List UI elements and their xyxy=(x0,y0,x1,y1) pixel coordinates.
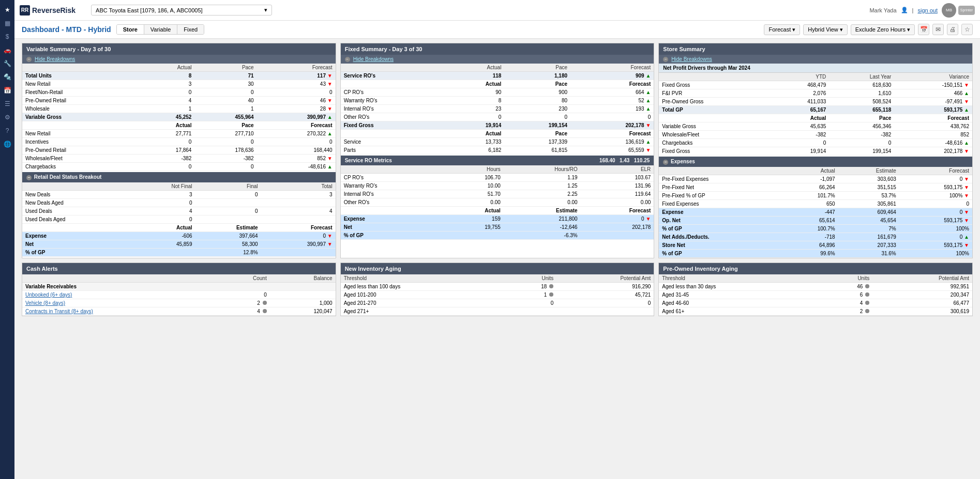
table-row: CP RO's106.701.19103.67 xyxy=(341,174,654,182)
sidebar-icon-globe[interactable]: 🌐 xyxy=(2,138,13,150)
table-row: Aged less than 100 days 18 916,290 xyxy=(341,283,654,291)
dealership-selector[interactable]: ABC Toyota East [1079, 186, A, ABC0005] … xyxy=(91,5,272,16)
arrow-icon: ▲ xyxy=(964,107,969,113)
separator: | xyxy=(912,7,914,13)
user-name: Mark Yada xyxy=(869,7,896,13)
table-row: Pre-Fixed Net66,264351,515 593,175 ▼ xyxy=(659,183,972,192)
table-row: Chargebacks 00 -48,616 ▲ xyxy=(22,163,336,171)
sidebar-icon-dollar[interactable]: $ xyxy=(2,31,13,42)
col-actual: Actual xyxy=(140,64,194,72)
fixed-hide-breakdowns[interactable]: − Hide Breakdowns xyxy=(341,55,654,64)
tab-variable[interactable]: Variable xyxy=(144,25,178,34)
top-panel-row: Variable Summary - Day 3 of 30 − Hide Br… xyxy=(22,43,973,258)
net-adds-row: Net Adds./Deducts.-718161,679 0 ▲ xyxy=(659,233,972,241)
arrow-icon: ▲ xyxy=(964,140,969,146)
expense-header-row2: Actual Estimate Forecast xyxy=(341,207,654,215)
total-units-arrow: ▼ xyxy=(327,73,333,79)
circle-icon: − xyxy=(26,175,32,180)
email-icon[interactable]: ✉ xyxy=(932,24,944,35)
sidebar-icon-settings[interactable]: ⚙ xyxy=(2,112,13,123)
variable-summary-panel: Variable Summary - Day 3 of 30 − Hide Br… xyxy=(22,43,336,258)
sidebar-icon-wrench[interactable]: 🔩 xyxy=(2,71,13,83)
table-row: Used Deals Aged0 xyxy=(22,215,336,224)
forecast-label: Forecast xyxy=(768,26,791,33)
arrow-icon: ▼ xyxy=(645,122,651,128)
hide-breakdowns-link[interactable]: Hide Breakdowns xyxy=(671,56,712,62)
net-row: Net 45,85958,300 390,997 ▼ xyxy=(22,240,336,249)
store-hide-breakdowns[interactable]: − Hide Breakdowns xyxy=(659,55,972,64)
fixed-summary-title: Fixed Summary - Day 3 of 30 xyxy=(345,46,423,52)
sign-out-link[interactable]: sign out xyxy=(917,7,938,13)
arrow-icon: ▲ xyxy=(645,73,651,79)
cash-alerts-panel: Cash Alerts Count Balance Variable Recei… xyxy=(22,262,336,316)
forecast-dropdown[interactable]: Forecast ▾ xyxy=(764,24,800,35)
calendar-icon[interactable]: 📅 xyxy=(918,24,929,35)
arrow-icon: ▼ xyxy=(327,233,333,239)
info-dot-icon xyxy=(865,301,869,305)
service-ro-metrics-header: Service RO Metrics 168.40 1.43 110.25 xyxy=(341,156,654,165)
section-label-row: Variable Receivables xyxy=(22,283,336,291)
pct-gp-highlight-row: % of GP100.7%7%100% xyxy=(659,225,972,233)
metrics-label: Service RO Metrics xyxy=(345,158,392,163)
page-header: Dashboard - MTD - Hybrid Store Variable … xyxy=(14,21,980,39)
hide-breakdowns-link[interactable]: Hide Breakdowns xyxy=(35,56,75,62)
content-area: Variable Summary - Day 3 of 30 − Hide Br… xyxy=(14,39,980,325)
table-row: Wholesale/Fleet-382-382852 xyxy=(659,131,972,139)
star-icon[interactable]: ☆ xyxy=(961,24,973,35)
brand-logos: MB Sprinter xyxy=(942,3,975,18)
toolbar-right: Forecast ▾ Hybrid View ▾ Exclude Zero Ho… xyxy=(764,24,973,35)
total-gp-row: Total GP 65,167655,118 593,175 ▲ xyxy=(659,106,972,114)
variable-summary-title: Variable Summary - Day 3 of 30 xyxy=(26,46,111,52)
table-row: F&I PVR2,0761,610 466 ▲ xyxy=(659,89,972,98)
hide-breakdowns-link[interactable]: Hide Breakdowns xyxy=(353,56,394,62)
table-row: Unbooked (6+ days)0 xyxy=(22,291,336,299)
pct-gp-row: % of GP 12.8% xyxy=(22,249,336,257)
info-dot-icon xyxy=(865,284,869,288)
info-dot-icon xyxy=(865,292,869,297)
sidebar-icon-list[interactable]: ☰ xyxy=(2,98,13,110)
arrow-icon: ▲ xyxy=(645,89,651,95)
arrow-icon: ▼ xyxy=(964,176,969,182)
print-icon[interactable]: 🖨 xyxy=(947,24,958,35)
bottom-panel-row: Cash Alerts Count Balance Variable Recei… xyxy=(22,262,973,316)
table-row: Chargebacks00 -48,616 ▲ xyxy=(659,139,972,147)
sidebar-icon-chart[interactable]: ▦ xyxy=(2,18,13,29)
table-row: Other RO's0.000.000.00 xyxy=(341,198,654,207)
sidebar-icon-car[interactable]: 🚗 xyxy=(2,44,13,56)
hybrid-view-dropdown[interactable]: Hybrid View ▾ xyxy=(803,24,848,35)
circle-minus-icon: − xyxy=(26,57,32,62)
store-pct-gp-row: % of GP99.6%31.6%100% xyxy=(659,250,972,258)
arrow-icon: ▼ xyxy=(645,216,651,222)
sidebar-icon-calendar[interactable]: 📅 xyxy=(2,85,13,96)
store-summary-panel: Store Summary − Hide Breakdowns Net Prof… xyxy=(658,43,973,258)
exclude-zero-hours-dropdown[interactable]: Exclude Zero Hours ▾ xyxy=(851,24,915,35)
tab-store[interactable]: Store xyxy=(117,25,144,34)
op-net-row: Op. Net65,61445,654 593,175 ▼ xyxy=(659,217,972,225)
main-area: RR ReverseRisk ABC Toyota East [1079, 18… xyxy=(14,0,980,479)
fixed-pct-gp-row: % of GP -6.3% xyxy=(341,231,654,240)
variable-hide-breakdowns[interactable]: − Hide Breakdowns xyxy=(22,55,336,64)
expenses-table: Actual Estimate Forecast Pre-Fixed Expen… xyxy=(659,167,972,258)
table-row: Other RO's 000 xyxy=(341,113,654,121)
variable-gross-row: Variable Gross 45,252455,964 390,997 ▲ xyxy=(22,113,336,121)
arrow-icon: ▼ xyxy=(964,209,969,215)
net-profit-label: Net Profit Drivers through Mar 2024 xyxy=(663,65,750,71)
new-inventory-aging-panel: New Inventory Aging Threshold Units Pote… xyxy=(340,262,655,316)
table-row: Internal RO's 23230 193 ▲ xyxy=(341,105,654,113)
sidebar-icon-tools[interactable]: 🔧 xyxy=(2,58,13,69)
table-row: Internal RO's51.702.25119.64 xyxy=(341,190,654,198)
new-inventory-aging-header: New Inventory Aging xyxy=(341,263,654,274)
arrow-icon: ▼ xyxy=(327,241,333,247)
sidebar-icon-star[interactable]: ★ xyxy=(2,4,13,16)
table-row: New Deals303 xyxy=(22,191,336,199)
table-row: Pre-Fixed Expenses-1,097303,603 0 ▼ xyxy=(659,175,972,183)
logo-text: ReverseRisk xyxy=(32,6,76,14)
arrow-icon: ▲ xyxy=(645,98,651,103)
service-ro-metrics-table: Hours Hours/RO ELR CP RO's106.701.19103.… xyxy=(341,165,654,240)
sidebar-icon-question[interactable]: ? xyxy=(2,125,13,136)
table-row: CP RO's 90900 664 ▲ xyxy=(341,88,654,97)
tab-fixed[interactable]: Fixed xyxy=(177,25,204,34)
new-inventory-aging-title: New Inventory Aging xyxy=(345,266,401,272)
metrics-values: 168.40 1.43 110.25 xyxy=(599,158,650,163)
table-row: New Retail 27,771277,710 270,322 ▲ xyxy=(22,130,336,138)
